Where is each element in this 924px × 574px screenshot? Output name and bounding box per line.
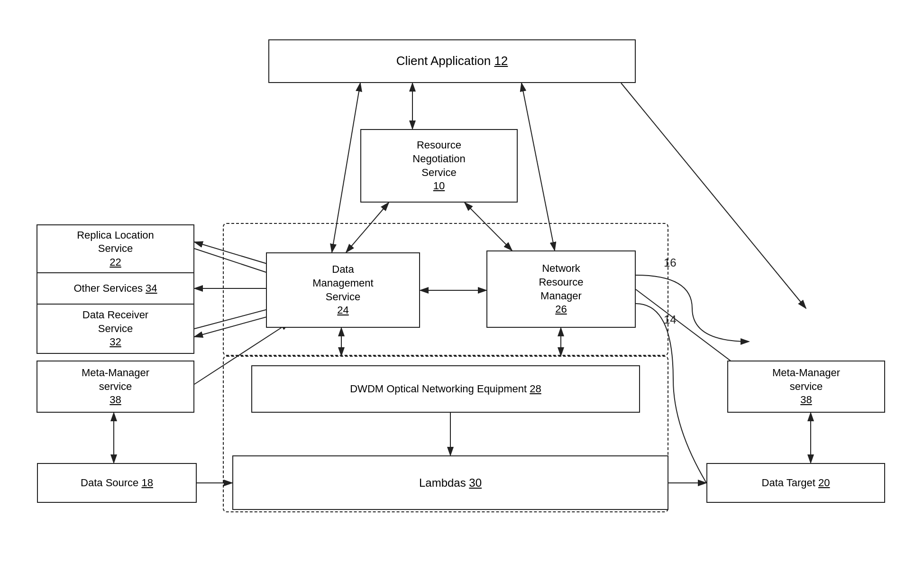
dwdm-num: 28 <box>530 382 541 396</box>
dwdm-label: DWDM Optical Networking Equipment <box>350 382 527 396</box>
meta-manager-left-box: Meta-Managerservice 38 <box>37 361 194 413</box>
network-resource-box: NetworkResourceManager 26 <box>486 250 636 328</box>
replica-label: Replica LocationService <box>77 229 154 256</box>
network-res-label: NetworkResourceManager <box>539 262 583 303</box>
label-16: 16 <box>664 256 677 269</box>
resource-neg-num: 10 <box>433 180 445 192</box>
meta-right-label: Meta-Managerservice <box>772 366 840 393</box>
meta-manager-right-box: Meta-Managerservice 38 <box>727 361 885 413</box>
data-receiver-num: 32 <box>110 336 121 348</box>
replica-num: 22 <box>110 256 121 268</box>
data-target-box: Data Target 20 <box>706 463 885 503</box>
other-num: 34 <box>146 282 157 296</box>
client-application-box: Client Application 12 <box>268 39 636 83</box>
meta-left-num: 38 <box>110 394 121 406</box>
data-source-label: Data Source <box>81 476 138 490</box>
meta-left-label: Meta-Managerservice <box>82 366 149 393</box>
meta-right-num: 38 <box>800 394 812 406</box>
data-target-label: Data Target <box>762 476 815 490</box>
replica-location-box: Replica LocationService 22 <box>37 224 194 273</box>
dwdm-box: DWDM Optical Networking Equipment 28 <box>251 365 640 413</box>
client-app-label: Client Application <box>396 53 491 69</box>
diagram: Client Application 12 ResourceNegotiatio… <box>0 0 924 574</box>
other-label: Other Services <box>73 282 143 296</box>
data-source-num: 18 <box>141 476 153 490</box>
resource-neg-label: ResourceNegotiationService <box>412 139 465 179</box>
label-14: 14 <box>664 313 677 326</box>
lambdas-num: 30 <box>469 475 482 490</box>
data-management-box: DataManagementService 24 <box>266 252 420 328</box>
lambdas-label: Lambdas <box>419 475 466 490</box>
lambdas-box: Lambdas 30 <box>232 455 668 510</box>
data-target-num: 20 <box>818 476 830 490</box>
resource-negotiation-box: ResourceNegotiationService 10 <box>360 129 518 203</box>
data-source-box: Data Source 18 <box>37 463 197 503</box>
data-receiver-label: Data ReceiverService <box>82 308 148 335</box>
data-receiver-box: Data ReceiverService 32 <box>37 304 194 354</box>
client-app-num: 12 <box>494 53 508 69</box>
network-res-num: 26 <box>555 303 567 315</box>
data-mgmt-label: DataManagementService <box>312 263 373 304</box>
other-services-box: Other Services 34 <box>37 272 194 305</box>
data-mgmt-num: 24 <box>337 304 348 316</box>
